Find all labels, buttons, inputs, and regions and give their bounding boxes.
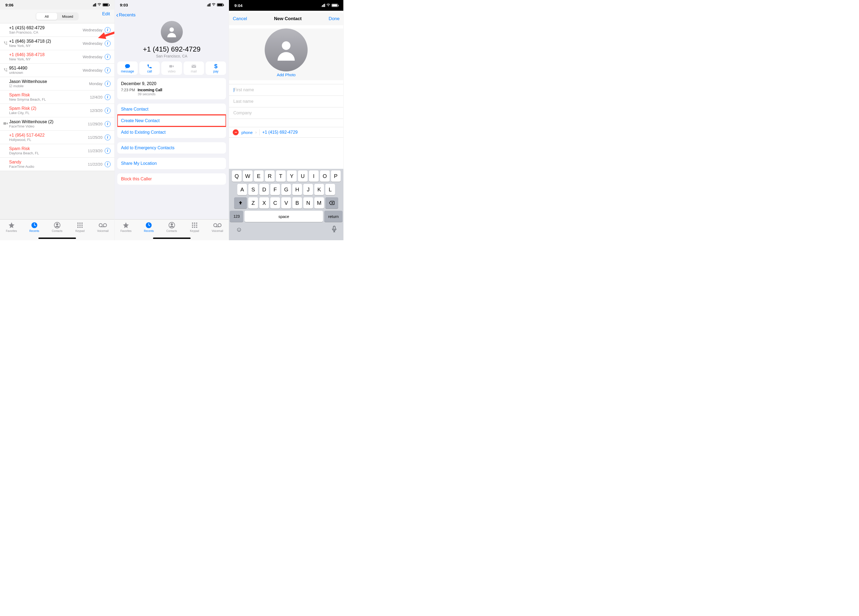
key-n[interactable]: N [303,197,313,209]
space-key[interactable]: space [245,211,323,222]
key-b[interactable]: B [292,197,302,209]
tab-favorites[interactable]: Favorites [115,221,137,237]
call-row[interactable]: +1 (646) 358-4718 (2) New York, NY Wedne… [0,37,114,50]
edit-button[interactable]: Edit [102,11,110,17]
key-r[interactable]: R [265,170,275,182]
tab-favorites[interactable]: Favorites [0,221,23,237]
tab-voicemail[interactable]: Voicemail [206,221,229,237]
info-icon[interactable]: i [105,161,111,167]
tab-contacts[interactable]: Contacts [45,221,69,237]
call-title: Spam Risk [9,93,90,97]
key-f[interactable]: F [270,184,280,195]
add-emergency-button[interactable]: Add to Emergency Contacts [117,142,226,154]
tab-keypad[interactable]: Keypad [183,221,206,237]
info-icon[interactable]: i [105,67,111,73]
call-row[interactable]: +1 (954) 517-6422 Hollywood, FL 11/25/20… [0,131,114,144]
avatar-icon[interactable] [265,28,308,72]
key-e[interactable]: E [254,170,264,182]
tab-contacts[interactable]: Contacts [160,221,183,237]
done-button[interactable]: Done [329,16,340,22]
backspace-key[interactable] [325,197,338,209]
seg-all[interactable]: All [36,13,57,20]
key-q[interactable]: Q [232,170,242,182]
add-existing-contact-button[interactable]: Add to Existing Contact [117,126,226,138]
name-fields: First name Last name Company [229,84,343,119]
video-button[interactable]: video [161,61,182,75]
info-icon[interactable]: i [105,108,111,114]
key-g[interactable]: G [281,184,291,195]
dictate-key[interactable] [332,226,337,234]
company-input[interactable]: Company [229,108,343,119]
seg-missed[interactable]: Missed [57,13,78,20]
phone-type-label[interactable]: phone [241,130,253,135]
key-t[interactable]: T [276,170,286,182]
phone-value[interactable]: +1 (415) 692-4729 [262,130,340,135]
key-j[interactable]: J [303,184,313,195]
key-c[interactable]: C [270,197,280,209]
back-button[interactable]: ‹Recents [115,10,229,20]
first-name-input[interactable]: First name [229,84,343,96]
keyboard[interactable]: QWERTYUIOP ASDFGHJKL ZXCVBNM 123 space r… [229,169,343,240]
key-y[interactable]: Y [287,170,297,182]
key-s[interactable]: S [248,184,258,195]
filter-segment[interactable]: All Missed [36,12,79,20]
home-indicator[interactable] [153,237,191,239]
call-row[interactable]: Spam Risk Daytona Beach, FL 11/23/20 i [0,144,114,158]
add-photo-button[interactable]: Add Photo [229,72,343,77]
key-i[interactable]: I [309,170,319,182]
key-h[interactable]: H [292,184,302,195]
key-u[interactable]: U [298,170,308,182]
key-z[interactable]: Z [248,197,258,209]
call-row[interactable]: Sandy FaceTime Audio 11/22/20 i [0,158,114,171]
create-new-contact-button[interactable]: Create New Contact [117,115,226,126]
info-icon[interactable]: i [105,81,111,87]
info-icon[interactable]: i [105,41,111,47]
remove-icon[interactable]: − [233,129,239,135]
info-icon[interactable]: i [105,148,111,154]
key-w[interactable]: W [243,170,253,182]
info-icon[interactable]: i [105,54,111,60]
info-icon[interactable]: i [105,94,111,100]
numbers-key[interactable]: 123 [230,211,243,222]
key-p[interactable]: P [331,170,340,182]
mail-button[interactable]: mail [184,61,204,75]
key-a[interactable]: A [237,184,247,195]
info-icon[interactable]: i [105,27,111,33]
block-caller-button[interactable]: Block this Caller [117,173,226,185]
share-contact-button[interactable]: Share Contact [117,104,226,115]
emoji-key[interactable]: ☺ [236,226,242,234]
key-m[interactable]: M [314,197,324,209]
call-row[interactable]: Jason Writtenhouse ☑ mobile Monday i [0,77,114,90]
call-row[interactable]: +1 (646) 358-4718 New York, NY Wednesday… [0,50,114,64]
tab-recents[interactable]: Recents [137,221,160,237]
tab-keypad[interactable]: Keypad [69,221,91,237]
call-row[interactable]: 951-4490 unknown Wednesday i [0,64,114,77]
call-row[interactable]: Spam Risk (2) Lake City, FL 12/3/20 i [0,104,114,117]
share-location-button[interactable]: Share My Location [117,158,226,169]
shift-key[interactable] [234,197,247,209]
home-indicator[interactable] [38,237,76,239]
call-button[interactable]: call [139,61,160,75]
call-row[interactable]: Jason Writtenhouse (2) FaceTime Video 11… [0,117,114,131]
key-k[interactable]: K [314,184,324,195]
key-x[interactable]: X [259,197,269,209]
key-d[interactable]: D [259,184,269,195]
tab-voicemail[interactable]: Voicemail [92,221,114,237]
key-o[interactable]: O [320,170,330,182]
call-date: 11/25/20 [88,135,103,140]
call-row[interactable]: Spam Risk New Smyrna Beach, FL 12/4/20 i [0,90,114,104]
pay-button[interactable]: $pay [206,61,226,75]
phone-row[interactable]: − phone › +1 (415) 692-4729 [229,127,343,138]
message-button[interactable]: message [117,61,138,75]
history-date: December 9, 2020 [117,78,226,86]
call-date: 11/22/20 [88,162,103,167]
key-l[interactable]: L [325,184,335,195]
call-list[interactable]: +1 (415) 692-4729 San Francisco, CA Wedn… [0,23,114,171]
key-v[interactable]: V [281,197,291,209]
info-icon[interactable]: i [105,121,111,127]
tab-recents[interactable]: Recents [23,221,45,237]
info-icon[interactable]: i [105,134,111,140]
cancel-button[interactable]: Cancel [233,16,247,22]
last-name-input[interactable]: Last name [229,96,343,108]
return-key[interactable]: return [324,211,342,222]
